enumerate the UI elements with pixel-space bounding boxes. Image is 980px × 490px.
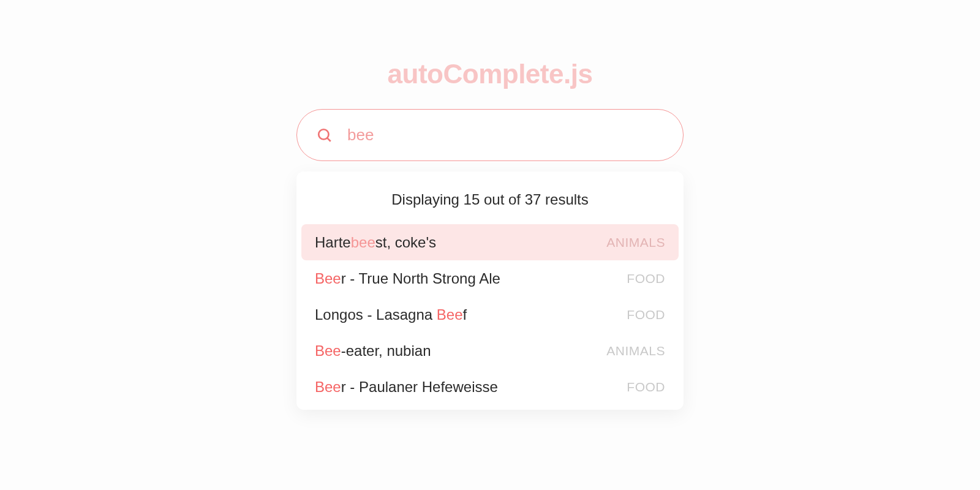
result-text-post: f [463,306,467,323]
result-text-post: r - True North Strong Ale [341,270,500,287]
result-text-post: r - Paulaner Hefeweisse [341,379,498,395]
result-category: FOOD [627,307,665,322]
result-text: Hartebeest, coke's [315,234,436,251]
result-text-post: -eater, nubian [341,342,431,359]
result-text-post: st, coke's [375,234,436,251]
results-header-suffix: results [541,191,588,208]
svg-line-1 [327,138,330,141]
result-item[interactable]: Longos - Lasagna BeefFOOD [301,296,679,333]
result-text: Longos - Lasagna Beef [315,306,467,323]
result-item[interactable]: Beer - Paulaner HefeweisseFOOD [301,369,679,405]
result-category: FOOD [627,380,665,394]
result-item[interactable]: Hartebeest, coke'sANIMALS [301,224,679,260]
results-count: Displaying 15 out of 37 results [296,178,684,224]
results-total-count: 37 [525,191,541,208]
result-text: Bee-eater, nubian [315,342,431,360]
result-category: ANIMALS [606,344,665,358]
svg-point-0 [318,129,328,139]
result-category: ANIMALS [606,235,665,250]
results-header-middle: out of [480,191,524,208]
results-header-prefix: Displaying [391,191,463,208]
results-panel: Displaying 15 out of 37 results Hartebee… [296,172,684,410]
result-text: Beer - True North Strong Ale [315,270,500,287]
search-box[interactable] [296,109,684,161]
result-text-match: Bee [315,379,341,395]
search-icon [317,127,333,143]
result-item[interactable]: Beer - True North Strong AleFOOD [301,260,679,296]
page-title: autoComplete.js [388,59,593,89]
result-item[interactable]: Bee-eater, nubianANIMALS [301,333,679,369]
search-input[interactable] [347,126,663,145]
search-container: Displaying 15 out of 37 results Hartebee… [296,109,684,410]
result-text-pre: Longos - Lasagna [315,306,437,323]
result-text-match: Bee [315,342,341,359]
result-text-match: bee [351,234,375,251]
result-category: FOOD [627,271,665,286]
result-text-match: Bee [437,306,463,323]
results-shown-count: 15 [464,191,480,208]
result-text-pre: Harte [315,234,351,251]
result-text-match: Bee [315,270,341,287]
result-text: Beer - Paulaner Hefeweisse [315,379,498,396]
results-list: Hartebeest, coke'sANIMALSBeer - True Nor… [296,224,684,405]
